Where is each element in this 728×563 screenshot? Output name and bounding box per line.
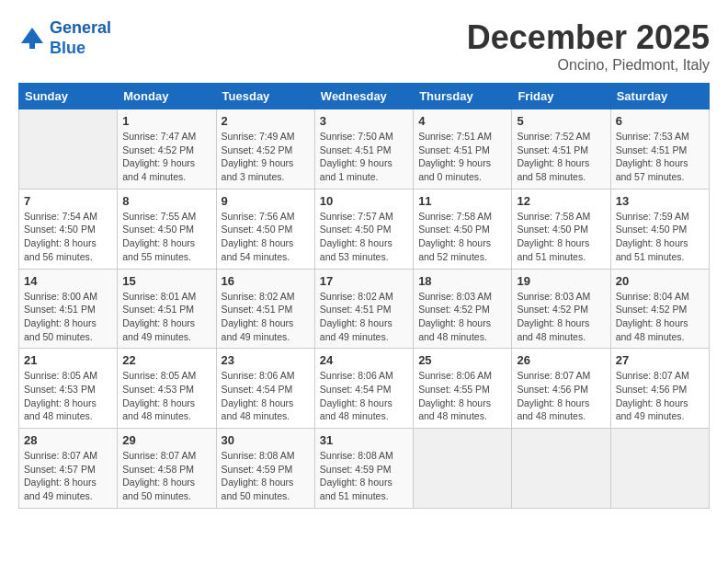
- day-number: 18: [418, 274, 506, 288]
- day-info: Sunrise: 7:51 AM Sunset: 4:51 PM Dayligh…: [418, 130, 506, 184]
- calendar-cell: 10Sunrise: 7:57 AM Sunset: 4:50 PM Dayli…: [314, 189, 413, 269]
- day-number: 15: [122, 274, 210, 288]
- calendar-table: SundayMondayTuesdayWednesdayThursdayFrid…: [18, 83, 710, 509]
- day-info: Sunrise: 8:07 AM Sunset: 4:58 PM Dayligh…: [122, 449, 210, 503]
- day-number: 3: [320, 114, 408, 128]
- column-header-saturday: Saturday: [610, 84, 709, 109]
- calendar-cell: 11Sunrise: 7:58 AM Sunset: 4:50 PM Dayli…: [414, 189, 512, 269]
- day-info: Sunrise: 8:01 AM Sunset: 4:51 PM Dayligh…: [122, 290, 210, 344]
- calendar-cell: 20Sunrise: 8:04 AM Sunset: 4:52 PM Dayli…: [610, 269, 709, 349]
- calendar-cell: [610, 429, 709, 509]
- day-info: Sunrise: 7:50 AM Sunset: 4:51 PM Dayligh…: [320, 130, 408, 184]
- day-info: Sunrise: 7:58 AM Sunset: 4:50 PM Dayligh…: [517, 210, 605, 264]
- location-subtitle: Oncino, Piedmont, Italy: [467, 57, 710, 74]
- calendar-cell: 27Sunrise: 8:07 AM Sunset: 4:56 PM Dayli…: [610, 349, 709, 429]
- day-number: 13: [616, 194, 704, 208]
- day-number: 12: [517, 194, 605, 208]
- calendar-cell: 24Sunrise: 8:06 AM Sunset: 4:54 PM Dayli…: [314, 349, 413, 429]
- day-info: Sunrise: 8:03 AM Sunset: 4:52 PM Dayligh…: [418, 290, 506, 344]
- day-number: 6: [616, 114, 704, 128]
- day-info: Sunrise: 8:02 AM Sunset: 4:51 PM Dayligh…: [320, 290, 408, 344]
- day-info: Sunrise: 8:06 AM Sunset: 4:55 PM Dayligh…: [418, 369, 506, 423]
- day-number: 28: [24, 433, 112, 447]
- column-header-friday: Friday: [512, 84, 610, 109]
- day-number: 31: [320, 433, 408, 447]
- day-info: Sunrise: 7:59 AM Sunset: 4:50 PM Dayligh…: [616, 210, 704, 264]
- calendar-cell: 9Sunrise: 7:56 AM Sunset: 4:50 PM Daylig…: [216, 189, 314, 269]
- title-block: December 2025 Oncino, Piedmont, Italy: [467, 18, 710, 74]
- svg-rect-1: [29, 43, 35, 49]
- day-number: 2: [222, 114, 310, 128]
- day-number: 8: [122, 194, 210, 208]
- day-info: Sunrise: 8:02 AM Sunset: 4:51 PM Dayligh…: [222, 290, 310, 344]
- calendar-cell: 15Sunrise: 8:01 AM Sunset: 4:51 PM Dayli…: [118, 269, 216, 349]
- day-info: Sunrise: 7:52 AM Sunset: 4:51 PM Dayligh…: [517, 130, 605, 184]
- calendar-cell: 19Sunrise: 8:03 AM Sunset: 4:52 PM Dayli…: [512, 269, 610, 349]
- calendar-cell: 29Sunrise: 8:07 AM Sunset: 4:58 PM Dayli…: [118, 429, 216, 509]
- column-header-monday: Monday: [118, 84, 216, 109]
- day-number: 24: [320, 353, 408, 367]
- day-info: Sunrise: 8:05 AM Sunset: 4:53 PM Dayligh…: [122, 369, 210, 423]
- day-info: Sunrise: 8:05 AM Sunset: 4:53 PM Dayligh…: [24, 369, 112, 423]
- page-header: General Blue December 2025 Oncino, Piedm…: [18, 18, 710, 74]
- logo-icon: [18, 25, 46, 52]
- day-info: Sunrise: 7:54 AM Sunset: 4:50 PM Dayligh…: [24, 210, 112, 264]
- column-header-tuesday: Tuesday: [216, 84, 314, 109]
- day-info: Sunrise: 8:06 AM Sunset: 4:54 PM Dayligh…: [320, 369, 408, 423]
- column-header-wednesday: Wednesday: [314, 84, 413, 109]
- day-number: 22: [122, 353, 210, 367]
- day-number: 23: [222, 353, 310, 367]
- day-info: Sunrise: 8:03 AM Sunset: 4:52 PM Dayligh…: [517, 290, 605, 344]
- day-info: Sunrise: 8:06 AM Sunset: 4:54 PM Dayligh…: [222, 369, 310, 423]
- calendar-cell: 8Sunrise: 7:55 AM Sunset: 4:50 PM Daylig…: [118, 189, 216, 269]
- calendar-cell: 7Sunrise: 7:54 AM Sunset: 4:50 PM Daylig…: [19, 189, 118, 269]
- column-header-thursday: Thursday: [414, 84, 512, 109]
- day-number: 11: [418, 194, 506, 208]
- day-number: 14: [24, 274, 112, 288]
- calendar-cell: 22Sunrise: 8:05 AM Sunset: 4:53 PM Dayli…: [118, 349, 216, 429]
- day-info: Sunrise: 7:47 AM Sunset: 4:52 PM Dayligh…: [122, 130, 210, 184]
- day-info: Sunrise: 8:08 AM Sunset: 4:59 PM Dayligh…: [320, 449, 408, 503]
- calendar-cell: 28Sunrise: 8:07 AM Sunset: 4:57 PM Dayli…: [19, 429, 118, 509]
- calendar-cell: 26Sunrise: 8:07 AM Sunset: 4:56 PM Dayli…: [512, 349, 610, 429]
- day-number: 1: [122, 114, 210, 128]
- day-number: 27: [616, 353, 704, 367]
- day-number: 7: [24, 194, 112, 208]
- day-info: Sunrise: 8:00 AM Sunset: 4:51 PM Dayligh…: [24, 290, 112, 344]
- calendar-cell: [19, 109, 118, 190]
- calendar-cell: 23Sunrise: 8:06 AM Sunset: 4:54 PM Dayli…: [216, 349, 314, 429]
- day-number: 16: [222, 274, 310, 288]
- calendar-cell: 25Sunrise: 8:06 AM Sunset: 4:55 PM Dayli…: [414, 349, 512, 429]
- calendar-cell: 17Sunrise: 8:02 AM Sunset: 4:51 PM Dayli…: [314, 269, 413, 349]
- calendar-cell: 30Sunrise: 8:08 AM Sunset: 4:59 PM Dayli…: [216, 429, 314, 509]
- day-info: Sunrise: 7:57 AM Sunset: 4:50 PM Dayligh…: [320, 210, 408, 264]
- day-info: Sunrise: 7:49 AM Sunset: 4:52 PM Dayligh…: [222, 130, 310, 184]
- column-header-sunday: Sunday: [19, 84, 118, 109]
- day-number: 30: [222, 433, 310, 447]
- day-number: 19: [517, 274, 605, 288]
- day-info: Sunrise: 8:07 AM Sunset: 4:57 PM Dayligh…: [24, 449, 112, 503]
- calendar-cell: 13Sunrise: 7:59 AM Sunset: 4:50 PM Dayli…: [610, 189, 709, 269]
- day-number: 17: [320, 274, 408, 288]
- calendar-cell: 5Sunrise: 7:52 AM Sunset: 4:51 PM Daylig…: [512, 109, 610, 190]
- calendar-cell: 21Sunrise: 8:05 AM Sunset: 4:53 PM Dayli…: [19, 349, 118, 429]
- logo: General Blue: [18, 18, 111, 58]
- day-number: 21: [24, 353, 112, 367]
- day-info: Sunrise: 8:07 AM Sunset: 4:56 PM Dayligh…: [616, 369, 704, 423]
- day-number: 29: [122, 433, 210, 447]
- calendar-cell: 2Sunrise: 7:49 AM Sunset: 4:52 PM Daylig…: [216, 109, 314, 190]
- day-number: 26: [517, 353, 605, 367]
- calendar-cell: 4Sunrise: 7:51 AM Sunset: 4:51 PM Daylig…: [414, 109, 512, 190]
- day-number: 4: [418, 114, 506, 128]
- day-info: Sunrise: 7:55 AM Sunset: 4:50 PM Dayligh…: [122, 210, 210, 264]
- calendar-cell: 18Sunrise: 8:03 AM Sunset: 4:52 PM Dayli…: [414, 269, 512, 349]
- logo-text: General Blue: [50, 18, 111, 58]
- calendar-cell: 31Sunrise: 8:08 AM Sunset: 4:59 PM Dayli…: [314, 429, 413, 509]
- calendar-cell: 6Sunrise: 7:53 AM Sunset: 4:51 PM Daylig…: [610, 109, 709, 190]
- month-title: December 2025: [467, 18, 710, 57]
- calendar-cell: 16Sunrise: 8:02 AM Sunset: 4:51 PM Dayli…: [216, 269, 314, 349]
- day-number: 5: [517, 114, 605, 128]
- calendar-cell: [512, 429, 610, 509]
- day-info: Sunrise: 7:58 AM Sunset: 4:50 PM Dayligh…: [418, 210, 506, 264]
- calendar-cell: 3Sunrise: 7:50 AM Sunset: 4:51 PM Daylig…: [314, 109, 413, 190]
